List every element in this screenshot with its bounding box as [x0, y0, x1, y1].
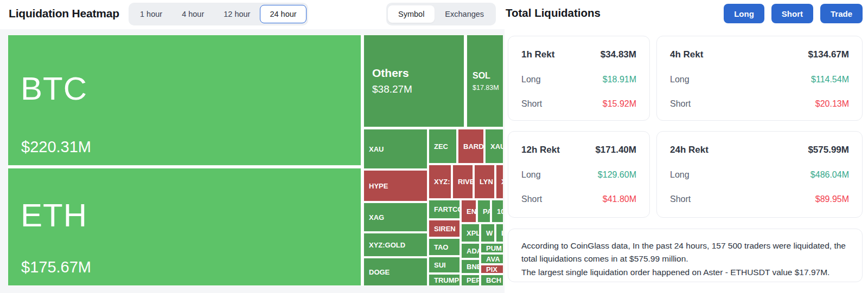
- treemap-cell-doge[interactable]: DOGE: [363, 258, 427, 286]
- cell-symbol: TAO: [434, 243, 448, 251]
- treemap-cell-pepe[interactable]: PEPE: [461, 275, 480, 286]
- cell-symbol: DOGE: [369, 268, 390, 276]
- long-button[interactable]: Long: [724, 4, 764, 23]
- card-row: Short$41.80M: [521, 194, 636, 204]
- treemap-cell-btc[interactable]: BTC$220.31M: [8, 35, 361, 166]
- treemap-cell-trump[interactable]: TRUMP: [429, 274, 460, 286]
- cell-symbol: BTC: [21, 73, 361, 105]
- liquidation-treemap: BTC$220.31METH$175.67MOthers$38.27MSOL$1…: [8, 35, 503, 286]
- treemap-cell-fartco[interactable]: FARTCO: [429, 200, 460, 219]
- rekt-card-1h-rekt: 1h Rekt$34.83MLong$18.91MShort$15.92M: [508, 36, 650, 121]
- cell-symbol: AVA: [486, 255, 500, 263]
- cell-symbol: LYN: [480, 178, 493, 186]
- total-liquidations-title: Total Liquidations: [506, 6, 601, 19]
- cell-symbol: ENJ: [467, 207, 476, 216]
- treemap-cell-bard[interactable]: BARD: [458, 129, 484, 164]
- cell-symbol: PIX: [486, 265, 497, 274]
- period-label: 4h Rekt: [670, 49, 703, 60]
- treemap-cell-xyz[interactable]: XYZ:: [429, 165, 451, 199]
- cell-symbol: SIREN: [434, 225, 456, 233]
- cell-symbol: XPL: [467, 229, 480, 237]
- short-label: Short: [521, 194, 542, 204]
- long-label: Long: [670, 75, 690, 84]
- cell-symbol: XYZ:GOLD: [369, 241, 405, 249]
- tab-12-hour[interactable]: 12 hour: [214, 5, 260, 23]
- long-value: $18.91M: [603, 75, 636, 84]
- tab-24-hour[interactable]: 24 hour: [260, 5, 306, 23]
- treemap-cell-w[interactable]: W: [481, 224, 495, 242]
- treemap-cell-pum[interactable]: PUM: [481, 243, 503, 253]
- short-value: $41.80M: [603, 194, 636, 204]
- treemap-cell-sol[interactable]: SOL$17.83M: [467, 35, 503, 127]
- treemap-cell-rive[interactable]: RIVE: [452, 165, 473, 199]
- tab-4-hour[interactable]: 4 hour: [172, 5, 214, 23]
- card-row: Long$129.60M: [521, 170, 636, 180]
- treemap-cell-l[interactable]: L: [496, 224, 503, 242]
- treemap-cell-ava[interactable]: AVA: [481, 254, 503, 264]
- card-row: 12h Rekt$171.40M: [521, 145, 636, 155]
- card-row: 1h Rekt$34.83M: [521, 49, 636, 60]
- card-row: 4h Rekt$134.67M: [670, 49, 849, 60]
- treemap-cell-zec[interactable]: ZEC: [429, 129, 457, 164]
- treemap-cell-bch[interactable]: BCH: [481, 275, 503, 286]
- view-toggle: SymbolExchanges: [386, 3, 496, 25]
- cell-symbol: ADA: [467, 247, 480, 255]
- treemap-cell-tao[interactable]: TAO: [429, 238, 460, 256]
- summary-line-1: According to CoinGlass data, In the past…: [521, 239, 849, 266]
- treemap-cell-hype[interactable]: HYPE: [363, 170, 427, 201]
- treemap-cell-xag[interactable]: XAG: [363, 203, 427, 232]
- long-value: $129.60M: [598, 170, 636, 180]
- cell-symbol: SUI: [434, 261, 446, 269]
- cell-symbol: PEPE: [467, 276, 480, 284]
- treemap-cell-eth[interactable]: ETH$175.67M: [8, 168, 361, 286]
- long-label: Long: [521, 170, 541, 180]
- treemap-cell-xau[interactable]: XAU: [485, 129, 503, 164]
- treemap-cell-10[interactable]: 10: [492, 200, 503, 223]
- short-label: Short: [670, 99, 691, 109]
- card-row: Short$15.92M: [521, 99, 636, 109]
- toggle-exchanges[interactable]: Exchanges: [435, 5, 494, 23]
- cell-value: $175.67M: [21, 258, 91, 276]
- treemap-cell-sui[interactable]: SUI: [429, 257, 460, 273]
- time-range-tabs: 1 hour4 hour12 hour24 hour: [129, 3, 308, 25]
- rekt-card-24h-rekt: 24h Rekt$575.99MLong$486.04MShort$89.95M: [656, 131, 863, 218]
- treemap-cell-x[interactable]: X: [496, 165, 503, 199]
- rekt-card-12h-rekt: 12h Rekt$171.40MLong$129.60MShort$41.80M: [508, 131, 650, 218]
- cell-symbol: ZEC: [434, 142, 448, 151]
- treemap-cell-pix[interactable]: PIX: [481, 265, 503, 274]
- cell-symbol: HYPE: [369, 182, 388, 190]
- treemap-cell-others[interactable]: Others$38.27M: [363, 35, 464, 127]
- summary-box: According to CoinGlass data, In the past…: [508, 229, 863, 282]
- treemap-cell-enj[interactable]: ENJ: [461, 200, 476, 223]
- short-value: $20.13M: [815, 99, 849, 109]
- cell-symbol: 10: [497, 207, 503, 216]
- cell-symbol: TRUMP: [434, 276, 459, 284]
- treemap-cell-xau[interactable]: XAU: [363, 129, 427, 169]
- short-label: Short: [670, 194, 691, 204]
- treemap-cell-xyz-gold[interactable]: XYZ:GOLD: [363, 233, 427, 257]
- toggle-symbol[interactable]: Symbol: [388, 5, 435, 23]
- treemap-cell-bnb[interactable]: BNB: [461, 259, 480, 274]
- action-buttons: LongShortTrade: [724, 4, 863, 23]
- treemap-cell-ada[interactable]: ADA: [461, 243, 480, 258]
- cell-value: $38.27M: [372, 83, 464, 95]
- short-button[interactable]: Short: [771, 4, 813, 23]
- long-value: $114.54M: [811, 75, 849, 84]
- cell-symbol: W: [486, 229, 493, 237]
- total-value: $134.67M: [808, 49, 849, 60]
- short-value: $89.95M: [815, 194, 849, 204]
- cell-symbol: PA: [483, 207, 490, 216]
- cell-value: $220.31M: [21, 138, 91, 156]
- cell-symbol: ETH: [21, 199, 361, 232]
- treemap-cell-pa[interactable]: PA: [477, 200, 490, 223]
- treemap-cell-siren[interactable]: SIREN: [429, 220, 460, 237]
- total-value: $34.83M: [601, 49, 636, 60]
- trade-button[interactable]: Trade: [820, 4, 863, 23]
- long-value: $486.04M: [810, 170, 849, 180]
- rekt-card-4h-rekt: 4h Rekt$134.67MLong$114.54MShort$20.13M: [656, 36, 863, 121]
- treemap-cell-xpl[interactable]: XPL: [461, 224, 480, 242]
- period-label: 1h Rekt: [521, 49, 554, 60]
- tab-1-hour[interactable]: 1 hour: [130, 5, 172, 23]
- treemap-cell-lyn[interactable]: LYN: [474, 165, 495, 199]
- long-label: Long: [521, 75, 541, 84]
